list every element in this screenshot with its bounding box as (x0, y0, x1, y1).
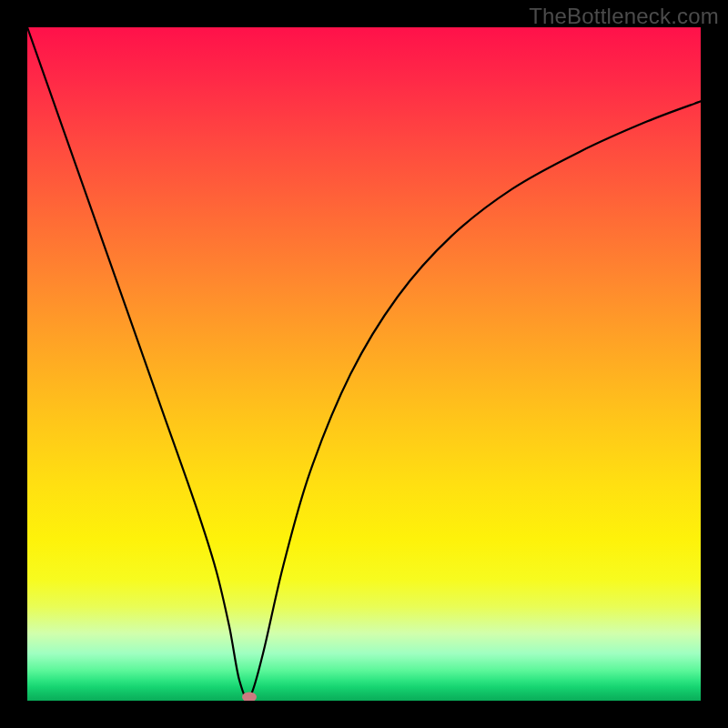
watermark-text: TheBottleneck.com (529, 4, 719, 29)
optimal-point-marker (242, 693, 257, 701)
bottleneck-curve (27, 27, 701, 701)
plot-area (27, 27, 701, 701)
